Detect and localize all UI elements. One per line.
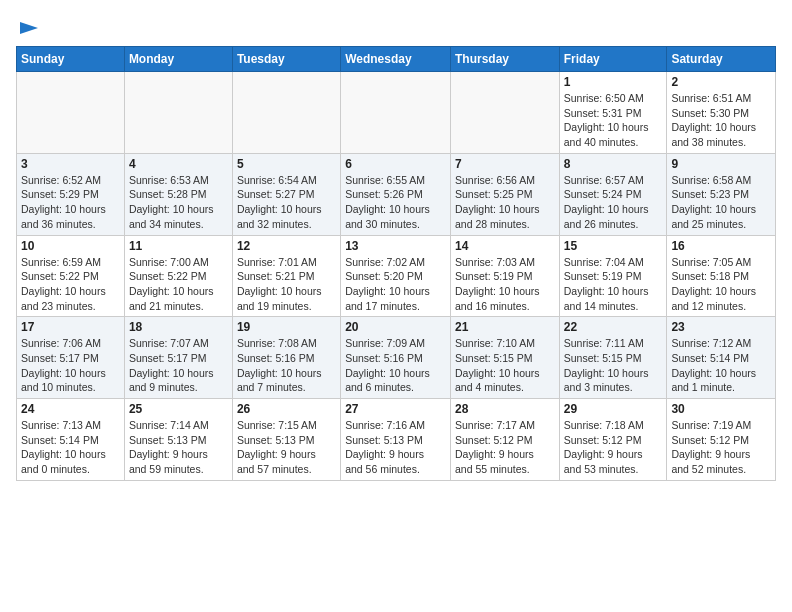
day-info: Sunrise: 7:12 AMSunset: 5:14 PMDaylight:… (671, 336, 771, 395)
calendar-header-thursday: Thursday (450, 47, 559, 72)
day-number: 8 (564, 157, 663, 171)
calendar-cell (450, 72, 559, 154)
calendar-cell: 25Sunrise: 7:14 AMSunset: 5:13 PMDayligh… (124, 399, 232, 481)
day-number: 19 (237, 320, 336, 334)
calendar-cell: 15Sunrise: 7:04 AMSunset: 5:19 PMDayligh… (559, 235, 667, 317)
day-info: Sunrise: 6:50 AMSunset: 5:31 PMDaylight:… (564, 91, 663, 150)
day-info: Sunrise: 6:59 AMSunset: 5:22 PMDaylight:… (21, 255, 120, 314)
day-info: Sunrise: 6:55 AMSunset: 5:26 PMDaylight:… (345, 173, 446, 232)
day-info: Sunrise: 7:17 AMSunset: 5:12 PMDaylight:… (455, 418, 555, 477)
day-number: 5 (237, 157, 336, 171)
day-info: Sunrise: 7:16 AMSunset: 5:13 PMDaylight:… (345, 418, 446, 477)
calendar-cell: 28Sunrise: 7:17 AMSunset: 5:12 PMDayligh… (450, 399, 559, 481)
day-number: 28 (455, 402, 555, 416)
day-info: Sunrise: 7:10 AMSunset: 5:15 PMDaylight:… (455, 336, 555, 395)
day-info: Sunrise: 7:19 AMSunset: 5:12 PMDaylight:… (671, 418, 771, 477)
calendar-header-friday: Friday (559, 47, 667, 72)
day-number: 15 (564, 239, 663, 253)
day-info: Sunrise: 7:07 AMSunset: 5:17 PMDaylight:… (129, 336, 228, 395)
calendar-table: SundayMondayTuesdayWednesdayThursdayFrid… (16, 46, 776, 481)
calendar-cell (17, 72, 125, 154)
day-info: Sunrise: 7:01 AMSunset: 5:21 PMDaylight:… (237, 255, 336, 314)
day-number: 20 (345, 320, 446, 334)
calendar-cell: 26Sunrise: 7:15 AMSunset: 5:13 PMDayligh… (232, 399, 340, 481)
calendar-cell: 27Sunrise: 7:16 AMSunset: 5:13 PMDayligh… (341, 399, 451, 481)
calendar-cell: 9Sunrise: 6:58 AMSunset: 5:23 PMDaylight… (667, 153, 776, 235)
day-info: Sunrise: 6:57 AMSunset: 5:24 PMDaylight:… (564, 173, 663, 232)
calendar-header-wednesday: Wednesday (341, 47, 451, 72)
day-number: 4 (129, 157, 228, 171)
calendar-week-row: 10Sunrise: 6:59 AMSunset: 5:22 PMDayligh… (17, 235, 776, 317)
calendar-cell: 7Sunrise: 6:56 AMSunset: 5:25 PMDaylight… (450, 153, 559, 235)
calendar-cell: 20Sunrise: 7:09 AMSunset: 5:16 PMDayligh… (341, 317, 451, 399)
calendar-cell: 17Sunrise: 7:06 AMSunset: 5:17 PMDayligh… (17, 317, 125, 399)
calendar-cell (341, 72, 451, 154)
day-info: Sunrise: 6:58 AMSunset: 5:23 PMDaylight:… (671, 173, 771, 232)
calendar-header-saturday: Saturday (667, 47, 776, 72)
day-number: 9 (671, 157, 771, 171)
calendar-cell: 11Sunrise: 7:00 AMSunset: 5:22 PMDayligh… (124, 235, 232, 317)
day-number: 12 (237, 239, 336, 253)
calendar-cell: 10Sunrise: 6:59 AMSunset: 5:22 PMDayligh… (17, 235, 125, 317)
calendar-header-tuesday: Tuesday (232, 47, 340, 72)
day-number: 24 (21, 402, 120, 416)
logo-flag-icon (18, 20, 40, 38)
calendar-cell: 18Sunrise: 7:07 AMSunset: 5:17 PMDayligh… (124, 317, 232, 399)
day-number: 30 (671, 402, 771, 416)
day-info: Sunrise: 7:13 AMSunset: 5:14 PMDaylight:… (21, 418, 120, 477)
day-number: 29 (564, 402, 663, 416)
day-number: 7 (455, 157, 555, 171)
calendar-cell: 8Sunrise: 6:57 AMSunset: 5:24 PMDaylight… (559, 153, 667, 235)
day-info: Sunrise: 7:00 AMSunset: 5:22 PMDaylight:… (129, 255, 228, 314)
day-info: Sunrise: 6:53 AMSunset: 5:28 PMDaylight:… (129, 173, 228, 232)
day-info: Sunrise: 6:51 AMSunset: 5:30 PMDaylight:… (671, 91, 771, 150)
day-info: Sunrise: 7:11 AMSunset: 5:15 PMDaylight:… (564, 336, 663, 395)
calendar-cell: 3Sunrise: 6:52 AMSunset: 5:29 PMDaylight… (17, 153, 125, 235)
day-number: 11 (129, 239, 228, 253)
day-number: 18 (129, 320, 228, 334)
calendar-week-row: 3Sunrise: 6:52 AMSunset: 5:29 PMDaylight… (17, 153, 776, 235)
day-info: Sunrise: 6:56 AMSunset: 5:25 PMDaylight:… (455, 173, 555, 232)
day-number: 22 (564, 320, 663, 334)
calendar-cell: 12Sunrise: 7:01 AMSunset: 5:21 PMDayligh… (232, 235, 340, 317)
day-info: Sunrise: 7:15 AMSunset: 5:13 PMDaylight:… (237, 418, 336, 477)
svg-marker-0 (20, 22, 38, 34)
page: SundayMondayTuesdayWednesdayThursdayFrid… (0, 0, 792, 491)
calendar-cell: 29Sunrise: 7:18 AMSunset: 5:12 PMDayligh… (559, 399, 667, 481)
day-number: 23 (671, 320, 771, 334)
calendar-cell (124, 72, 232, 154)
calendar-cell: 13Sunrise: 7:02 AMSunset: 5:20 PMDayligh… (341, 235, 451, 317)
day-info: Sunrise: 7:08 AMSunset: 5:16 PMDaylight:… (237, 336, 336, 395)
calendar-cell: 30Sunrise: 7:19 AMSunset: 5:12 PMDayligh… (667, 399, 776, 481)
day-number: 13 (345, 239, 446, 253)
logo (16, 20, 40, 38)
calendar-cell: 2Sunrise: 6:51 AMSunset: 5:30 PMDaylight… (667, 72, 776, 154)
calendar-header-monday: Monday (124, 47, 232, 72)
day-number: 26 (237, 402, 336, 416)
calendar-cell: 4Sunrise: 6:53 AMSunset: 5:28 PMDaylight… (124, 153, 232, 235)
day-info: Sunrise: 7:09 AMSunset: 5:16 PMDaylight:… (345, 336, 446, 395)
day-number: 3 (21, 157, 120, 171)
day-number: 14 (455, 239, 555, 253)
day-number: 2 (671, 75, 771, 89)
day-number: 16 (671, 239, 771, 253)
calendar-header-sunday: Sunday (17, 47, 125, 72)
day-info: Sunrise: 7:14 AMSunset: 5:13 PMDaylight:… (129, 418, 228, 477)
day-number: 25 (129, 402, 228, 416)
calendar-header-row: SundayMondayTuesdayWednesdayThursdayFrid… (17, 47, 776, 72)
calendar-cell: 23Sunrise: 7:12 AMSunset: 5:14 PMDayligh… (667, 317, 776, 399)
calendar-cell: 24Sunrise: 7:13 AMSunset: 5:14 PMDayligh… (17, 399, 125, 481)
calendar-cell: 19Sunrise: 7:08 AMSunset: 5:16 PMDayligh… (232, 317, 340, 399)
calendar-cell: 22Sunrise: 7:11 AMSunset: 5:15 PMDayligh… (559, 317, 667, 399)
day-number: 21 (455, 320, 555, 334)
day-number: 17 (21, 320, 120, 334)
calendar-week-row: 24Sunrise: 7:13 AMSunset: 5:14 PMDayligh… (17, 399, 776, 481)
day-number: 6 (345, 157, 446, 171)
header (16, 16, 776, 38)
day-info: Sunrise: 7:06 AMSunset: 5:17 PMDaylight:… (21, 336, 120, 395)
calendar-cell: 16Sunrise: 7:05 AMSunset: 5:18 PMDayligh… (667, 235, 776, 317)
calendar-week-row: 1Sunrise: 6:50 AMSunset: 5:31 PMDaylight… (17, 72, 776, 154)
calendar-cell: 6Sunrise: 6:55 AMSunset: 5:26 PMDaylight… (341, 153, 451, 235)
day-info: Sunrise: 6:54 AMSunset: 5:27 PMDaylight:… (237, 173, 336, 232)
day-info: Sunrise: 7:04 AMSunset: 5:19 PMDaylight:… (564, 255, 663, 314)
